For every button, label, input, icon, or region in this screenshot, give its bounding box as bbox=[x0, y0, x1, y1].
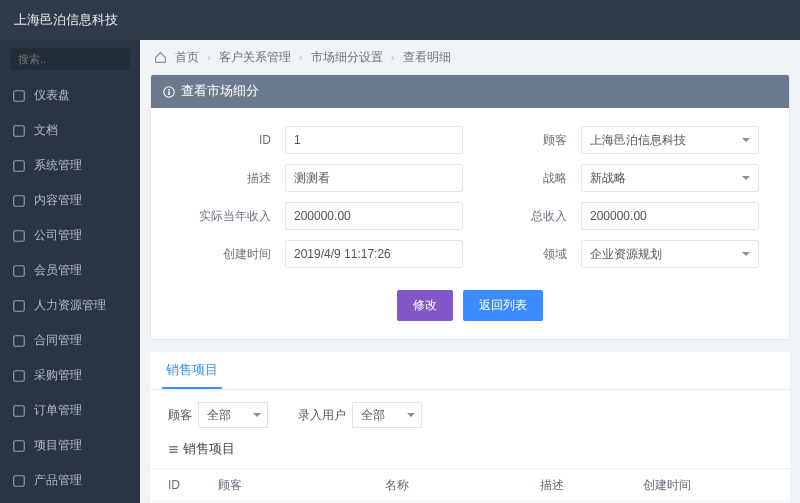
breadcrumb-sep: › bbox=[391, 51, 395, 63]
svg-rect-3 bbox=[14, 195, 25, 206]
th-id: ID bbox=[168, 478, 218, 492]
svg-rect-5 bbox=[14, 265, 25, 276]
sidebar-item-label: 公司管理 bbox=[34, 227, 82, 244]
svg-rect-1 bbox=[14, 125, 25, 136]
tab-bar: 销售项目 bbox=[150, 352, 790, 390]
sidebar-item-label: 人力资源管理 bbox=[34, 297, 106, 314]
form-grid: ID 1 顾客 上海邑泊信息科技 描述 测测看 战略 新战略 实际当年收入 20… bbox=[151, 108, 789, 282]
breadcrumb-seg1[interactable]: 客户关系管理 bbox=[219, 50, 291, 65]
search-input[interactable] bbox=[10, 48, 130, 70]
button-row: 修改 返回列表 bbox=[151, 282, 789, 339]
sub-title-row: 销售项目 bbox=[150, 434, 790, 468]
sidebar-item-5[interactable]: 会员管理 bbox=[0, 253, 140, 288]
sidebar-item-6[interactable]: 人力资源管理 bbox=[0, 288, 140, 323]
hr-icon bbox=[12, 299, 26, 313]
th-customer: 顾客 bbox=[218, 477, 385, 494]
main-area: 首页 › 客户关系管理 › 市场细分设置 › 查看明细 查看市场细分 ID 1 … bbox=[140, 40, 800, 503]
doc-icon bbox=[12, 124, 26, 138]
sidebar-item-label: 仪表盘 bbox=[34, 87, 70, 104]
filter-label-user: 录入用户 bbox=[298, 407, 346, 424]
sidebar-item-0[interactable]: 仪表盘 bbox=[0, 78, 140, 113]
sidebar-item-11[interactable]: 产品管理 bbox=[0, 463, 140, 498]
field-create-time: 2019/4/9 11:17:26 bbox=[285, 240, 463, 268]
filter-select-user[interactable]: 全部 bbox=[352, 402, 422, 428]
sidebar-item-label: 合同管理 bbox=[34, 332, 82, 349]
svg-rect-7 bbox=[14, 335, 25, 346]
card-header: 查看市场细分 bbox=[151, 75, 789, 108]
sub-title: 销售项目 bbox=[183, 440, 235, 458]
field-id: 1 bbox=[285, 126, 463, 154]
table-head: ID 顾客 名称 描述 创建时间 bbox=[150, 468, 790, 502]
product-icon bbox=[12, 474, 26, 488]
svg-rect-17 bbox=[168, 91, 170, 95]
back-button[interactable]: 返回列表 bbox=[463, 290, 543, 321]
svg-rect-8 bbox=[14, 370, 25, 381]
sidebar-item-8[interactable]: 采购管理 bbox=[0, 358, 140, 393]
breadcrumb-seg3: 查看明细 bbox=[403, 50, 451, 65]
svg-rect-2 bbox=[14, 160, 25, 171]
field-desc: 测测看 bbox=[285, 164, 463, 192]
building-icon bbox=[12, 229, 26, 243]
label-domain: 领域 bbox=[477, 246, 567, 263]
svg-rect-21 bbox=[169, 451, 177, 452]
svg-rect-19 bbox=[169, 446, 177, 447]
users-icon bbox=[12, 264, 26, 278]
filter-label-customer: 顾客 bbox=[168, 407, 192, 424]
th-desc: 描述 bbox=[540, 477, 643, 494]
field-total-income: 200000.00 bbox=[581, 202, 759, 230]
sidebar: 仪表盘文档系统管理内容管理公司管理会员管理人力资源管理合同管理采购管理订单管理项… bbox=[0, 40, 140, 503]
label-strategy: 战略 bbox=[477, 170, 567, 187]
detail-card: 查看市场细分 ID 1 顾客 上海邑泊信息科技 描述 测测看 战略 新战略 实际… bbox=[150, 74, 790, 340]
sidebar-item-3[interactable]: 内容管理 bbox=[0, 183, 140, 218]
breadcrumb-seg2[interactable]: 市场细分设置 bbox=[311, 50, 383, 65]
sidebar-item-10[interactable]: 项目管理 bbox=[0, 428, 140, 463]
info-icon bbox=[163, 86, 175, 98]
th-name: 名称 bbox=[385, 477, 540, 494]
sales-table: ID 顾客 名称 描述 创建时间 1上海邑泊信息科技执行销售计划00012019… bbox=[150, 468, 790, 503]
svg-rect-0 bbox=[14, 90, 25, 101]
topbar: 上海邑泊信息科技 bbox=[0, 0, 800, 40]
card-title: 查看市场细分 bbox=[181, 83, 259, 100]
tab-sales-projects[interactable]: 销售项目 bbox=[162, 352, 222, 389]
label-annual-income: 实际当年收入 bbox=[181, 208, 271, 225]
sidebar-item-7[interactable]: 合同管理 bbox=[0, 323, 140, 358]
order-icon bbox=[12, 404, 26, 418]
sidebar-item-label: 系统管理 bbox=[34, 157, 82, 174]
sidebar-item-label: 会员管理 bbox=[34, 262, 82, 279]
cart-icon bbox=[12, 369, 26, 383]
breadcrumb-home[interactable]: 首页 bbox=[175, 50, 199, 65]
svg-rect-10 bbox=[14, 440, 25, 451]
svg-rect-4 bbox=[14, 230, 25, 241]
svg-rect-20 bbox=[169, 448, 177, 449]
sidebar-item-label: 内容管理 bbox=[34, 192, 82, 209]
sidebar-item-2[interactable]: 系统管理 bbox=[0, 148, 140, 183]
field-annual-income: 200000.00 bbox=[285, 202, 463, 230]
project-icon bbox=[12, 439, 26, 453]
sidebar-item-9[interactable]: 订单管理 bbox=[0, 393, 140, 428]
label-id: ID bbox=[181, 133, 271, 147]
select-strategy[interactable]: 新战略 bbox=[581, 164, 759, 192]
sidebar-item-label: 采购管理 bbox=[34, 367, 82, 384]
breadcrumb-sep: › bbox=[207, 51, 211, 63]
svg-rect-11 bbox=[14, 475, 25, 486]
label-customer: 顾客 bbox=[477, 132, 567, 149]
sidebar-item-label: 项目管理 bbox=[34, 437, 82, 454]
brand-title: 上海邑泊信息科技 bbox=[14, 11, 118, 29]
sidebar-item-12[interactable]: 财务管理 bbox=[0, 498, 140, 503]
sidebar-item-label: 订单管理 bbox=[34, 402, 82, 419]
sidebar-item-4[interactable]: 公司管理 bbox=[0, 218, 140, 253]
svg-rect-9 bbox=[14, 405, 25, 416]
sidebar-item-label: 文档 bbox=[34, 122, 58, 139]
svg-rect-6 bbox=[14, 300, 25, 311]
label-desc: 描述 bbox=[181, 170, 271, 187]
sidebar-item-1[interactable]: 文档 bbox=[0, 113, 140, 148]
dashboard-icon bbox=[12, 89, 26, 103]
select-domain[interactable]: 企业资源规划 bbox=[581, 240, 759, 268]
label-total-income: 总收入 bbox=[477, 208, 567, 225]
edit-button[interactable]: 修改 bbox=[397, 290, 453, 321]
home-icon bbox=[154, 51, 167, 64]
filter-select-customer[interactable]: 全部 bbox=[198, 402, 268, 428]
filter-row: 顾客 全部 录入用户 全部 bbox=[150, 390, 790, 434]
select-customer[interactable]: 上海邑泊信息科技 bbox=[581, 126, 759, 154]
list-icon bbox=[168, 444, 179, 455]
